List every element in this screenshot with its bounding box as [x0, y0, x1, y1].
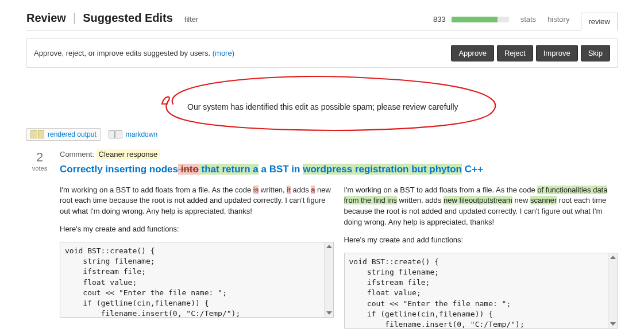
- left-para1: I'm working on a BST to add floats from …: [60, 185, 334, 218]
- tab-review[interactable]: review: [581, 13, 618, 30]
- scroll-up-icon[interactable]: [326, 245, 332, 248]
- page-title-review: Review: [26, 11, 66, 25]
- spam-warning-text: Our system has identified this edit as p…: [187, 102, 458, 111]
- page-title-suggested-edits: Suggested Edits: [83, 11, 173, 25]
- progress-bar: [452, 17, 509, 22]
- comment-label: Comment:: [60, 150, 94, 159]
- instruction-text: Approve, reject, or improve edits sugges…: [34, 49, 234, 57]
- vote-count: 2: [26, 150, 53, 165]
- right-seg1: I'm working on a BST to add floats from …: [344, 186, 538, 194]
- scrollbar[interactable]: [608, 253, 617, 328]
- tab-stats[interactable]: stats: [520, 15, 536, 24]
- title-seg3: C++: [462, 164, 483, 175]
- instruction-main: Approve, reject, or improve edits sugges…: [34, 49, 213, 57]
- left-para2: Here's my create and add functions:: [60, 224, 334, 235]
- rendered-icon: [30, 130, 44, 138]
- post-title[interactable]: Correctly inserting nodes into that retu…: [60, 163, 618, 176]
- title-seg2: a BST in: [259, 164, 303, 175]
- left-seg3: adds: [291, 186, 311, 194]
- title-add2: wordpress registration but phyton: [303, 164, 462, 175]
- right-para2: Here's my create and add functions:: [344, 235, 618, 246]
- comment-value: Cleaner response: [97, 149, 160, 159]
- scroll-up-icon[interactable]: [610, 256, 616, 259]
- diff-right-column: I'm working on a BST to add floats from …: [344, 185, 618, 329]
- left-del1: is: [253, 186, 259, 194]
- tab-history[interactable]: history: [547, 15, 569, 24]
- left-code-block[interactable]: void BST::create() { string filename; if…: [60, 242, 334, 318]
- right-add2: new fileoutputstream: [444, 196, 512, 204]
- right-seg3: new: [512, 196, 530, 204]
- view-tab-rendered[interactable]: rendered output: [26, 128, 101, 141]
- scroll-down-icon[interactable]: [326, 311, 332, 315]
- title-add1: that return a: [199, 164, 259, 175]
- title-seg1: Correctly inserting nodes: [60, 164, 178, 175]
- right-code-block[interactable]: void BST::create() { string filename; if…: [344, 253, 618, 329]
- view-tab-rendered-label: rendered output: [48, 130, 97, 138]
- approve-button[interactable]: Approve: [451, 45, 493, 61]
- reject-button[interactable]: Reject: [497, 45, 533, 61]
- improve-button[interactable]: Improve: [536, 45, 578, 61]
- left-seg1: I'm working on a BST to add floats from …: [60, 186, 253, 194]
- right-add3: scanner: [530, 196, 557, 204]
- left-seg2: written,: [259, 186, 287, 194]
- markdown-icon: [109, 130, 122, 138]
- scrollbar[interactable]: [324, 242, 333, 317]
- right-code-text: void BST::create() { string filename; if…: [349, 257, 579, 329]
- progress-indicator: 833: [433, 15, 509, 24]
- left-code-text: void BST::create() { string filename; if…: [65, 246, 294, 318]
- vote-label: votes: [26, 165, 53, 172]
- skip-button[interactable]: Skip: [581, 45, 610, 61]
- scroll-down-icon[interactable]: [610, 322, 616, 326]
- progress-count: 833: [433, 15, 446, 24]
- instruction-more-link[interactable]: (more): [213, 49, 234, 57]
- title-divider: |: [73, 11, 76, 25]
- right-seg2: written, adds: [397, 196, 444, 204]
- diff-left-column: I'm working on a BST to add floats from …: [60, 185, 334, 329]
- progress-fill: [452, 17, 498, 22]
- right-para1: I'm working on a BST to add floats from …: [344, 185, 618, 228]
- title-del1: into: [178, 164, 199, 175]
- filter-link[interactable]: filter: [184, 15, 199, 24]
